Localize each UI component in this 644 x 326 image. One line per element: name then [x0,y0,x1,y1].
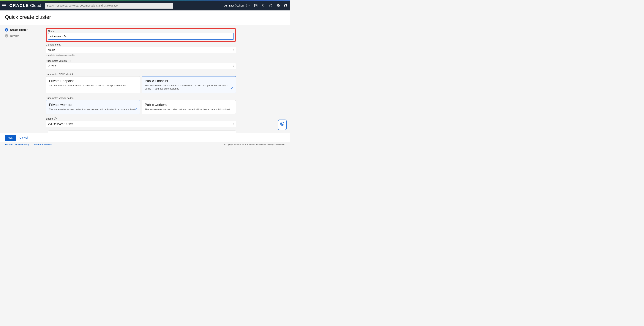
search-input[interactable]: Search resources, services, documentatio… [45,3,173,9]
k8s-version-group: Kubernetes version i v1.24.1 ▲▼ [46,60,236,69]
select-caret-icon: ▲▼ [232,123,234,125]
worker-nodes-label: Kubernetes worker nodes [46,97,236,99]
search-placeholder: Search resources, services, documentatio… [47,4,118,7]
info-icon[interactable]: i [54,117,57,120]
name-highlight-box: Name [46,28,236,42]
help-icon[interactable] [269,4,273,8]
card-title: Public workers [145,103,233,107]
brand-logo[interactable]: ORACLE Cloud [9,3,41,8]
shape-value: VM.Standard.E3.Flex [48,123,73,126]
page-title-section: Quick create cluster [0,11,290,25]
api-endpoint-group: Kubernetes API Endpoint Private Endpoint… [46,73,236,93]
check-icon [134,107,137,111]
copyright-text: Copyright © 2022, Oracle and/or its affi… [224,143,285,145]
card-title: Private workers [49,103,137,107]
info-icon[interactable]: i [68,60,70,62]
next-button[interactable]: Next [5,135,16,141]
card-desc: The Kubernetes worker nodes that are cre… [49,108,137,111]
compartment-path: oraclelabs (root)/gcn-dev/nmikic [46,54,236,56]
name-label: Name [48,30,234,33]
select-caret-icon: ▲▼ [232,49,234,51]
name-input[interactable] [48,33,234,40]
compartment-select[interactable]: nmikic ▲▼ [46,47,236,53]
region-selector[interactable]: US East (Ashburn) [224,4,250,7]
wizard-sidebar: 1 Create cluster 2 Review [5,28,42,133]
region-label: US East (Ashburn) [224,4,247,7]
page-title: Quick create cluster [5,14,285,20]
drag-handle-icon [281,127,284,128]
card-desc: The Kubernetes cluster that is created w… [49,84,137,87]
cancel-button[interactable]: Cancel [20,136,28,139]
k8s-version-value: v1.24.1 [48,65,56,68]
lifebuoy-icon [280,121,285,126]
form-main: Name Compartment nmikic ▲▼ oraclelabs (r… [46,28,236,133]
svg-point-6 [282,123,283,125]
workers-public-card[interactable]: Public workers The Kubernetes worker nod… [142,100,236,114]
svg-rect-0 [254,4,257,7]
shape-label: Shape i [46,117,236,120]
step-badge: 2 [5,34,8,38]
support-fab[interactable] [278,120,286,130]
step-label: Create cluster [10,28,28,31]
wizard-step-create[interactable]: 1 Create cluster [5,28,42,32]
worker-nodes-group: Kubernetes worker nodes Private workers … [46,97,236,114]
header-right: US East (Ashburn) [224,4,288,8]
endpoint-public-card[interactable]: Public Endpoint The Kubernetes cluster t… [142,76,236,93]
shape-group: Shape i VM.Standard.E3.Flex ▲▼ [46,117,236,127]
k8s-version-select[interactable]: v1.24.1 ▲▼ [46,63,236,69]
check-icon [230,86,233,91]
global-header: ORACLE Cloud Search resources, services,… [0,1,290,11]
shape-select[interactable]: VM.Standard.E3.Flex ▲▼ [46,121,236,127]
compartment-group: Compartment nmikic ▲▼ oraclelabs (root)/… [46,43,236,56]
menu-icon[interactable] [2,3,8,8]
k8s-version-label: Kubernetes version i [46,60,236,62]
flex-shape-box: You can customize the number of OCPUs th… [48,131,236,133]
wizard-footer: Next Cancel [0,133,290,142]
select-caret-icon: ▲▼ [232,65,234,67]
dev-tools-icon[interactable] [254,4,258,8]
globe-icon[interactable] [276,4,280,8]
card-desc: The Kubernetes worker nodes that are cre… [145,108,233,111]
step-badge: 1 [5,28,8,32]
logo-brand: ORACLE [9,3,29,8]
wizard-step-review[interactable]: 2 Review [5,34,42,38]
chevron-down-icon [248,5,250,7]
card-desc: The Kubernetes cluster that is created w… [145,84,233,91]
legal-footer: Terms of Use and Privacy Cookie Preferen… [0,142,290,147]
content-area: 1 Create cluster 2 Review Name Compartme… [0,25,290,133]
card-title: Private Endpoint [49,79,137,83]
card-title: Public Endpoint [145,79,233,83]
svg-point-4 [285,5,286,6]
notifications-icon[interactable] [261,4,265,8]
compartment-label: Compartment [46,43,236,46]
logo-product: Cloud [30,3,41,8]
endpoint-private-card[interactable]: Private Endpoint The Kubernetes cluster … [46,76,140,93]
profile-icon[interactable] [284,4,288,8]
terms-link[interactable]: Terms of Use and Privacy [5,143,29,145]
cookie-prefs-link[interactable]: Cookie Preferences [33,143,52,145]
step-label: Review [10,34,19,37]
compartment-value: nmikic [48,49,55,52]
workers-private-card[interactable]: Private workers The Kubernetes worker no… [46,100,140,114]
api-endpoint-label: Kubernetes API Endpoint [46,73,236,76]
